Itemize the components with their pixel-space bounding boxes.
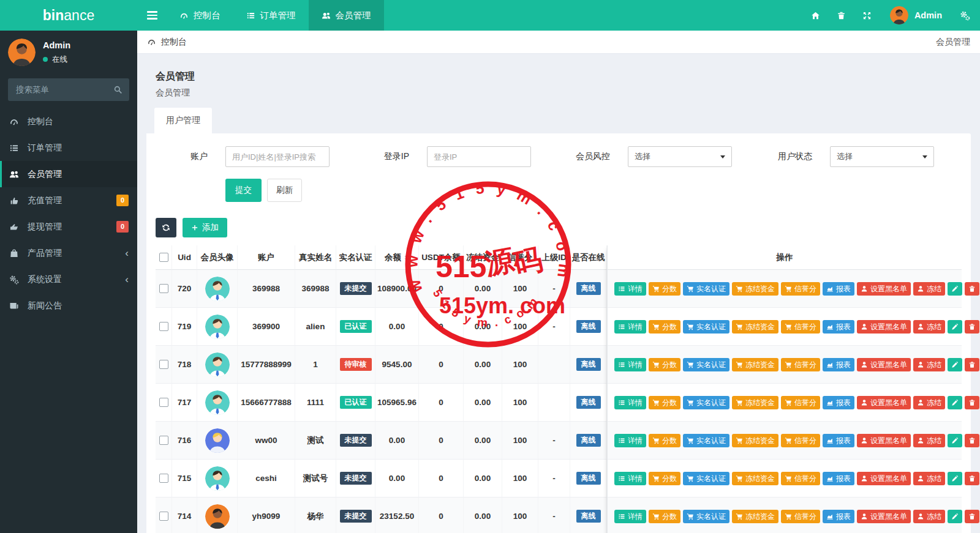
breadcrumb-dashboard[interactable]: 控制台 xyxy=(147,37,187,48)
freeze-funds-button[interactable]: 冻结资金 xyxy=(732,472,778,485)
realname-button[interactable]: 实名认证 xyxy=(683,358,729,371)
freeze-button[interactable]: 冻结 xyxy=(913,472,945,485)
score-button[interactable]: 分数 xyxy=(649,472,680,485)
sidebar-toggle-button[interactable] xyxy=(137,0,167,31)
freeze-button[interactable]: 冻结 xyxy=(913,434,945,447)
detail-button[interactable]: 详情 xyxy=(614,396,646,409)
blacklist-button[interactable]: 设置黑名单 xyxy=(857,510,911,523)
report-button[interactable]: 报表 xyxy=(823,358,854,371)
delete-button[interactable] xyxy=(965,320,979,334)
blacklist-button[interactable]: 设置黑名单 xyxy=(857,434,911,447)
tab-user-management[interactable]: 用户管理 xyxy=(154,108,212,133)
reload-table-button[interactable] xyxy=(156,218,176,237)
topnav-item-orders[interactable]: 订单管理 xyxy=(233,0,309,31)
blacklist-button[interactable]: 设置黑名单 xyxy=(857,396,911,409)
report-button[interactable]: 报表 xyxy=(823,320,854,334)
freeze-funds-button[interactable]: 冻结资金 xyxy=(732,510,778,523)
delete-button[interactable] xyxy=(965,434,979,447)
account-input[interactable] xyxy=(225,146,330,167)
sidebar-item-withdraw[interactable]: 提现管理0 xyxy=(0,214,137,240)
report-button[interactable]: 报表 xyxy=(823,434,854,447)
edit-button[interactable] xyxy=(948,320,962,334)
score-button[interactable]: 分数 xyxy=(649,282,680,296)
brand-logo[interactable]: binance xyxy=(0,0,137,31)
realname-button[interactable]: 实名认证 xyxy=(683,472,729,485)
edit-button[interactable] xyxy=(948,282,962,296)
select-all-checkbox[interactable] xyxy=(159,253,168,262)
freeze-button[interactable]: 冻结 xyxy=(913,510,945,523)
blacklist-button[interactable]: 设置黑名单 xyxy=(857,320,911,334)
realname-button[interactable]: 实名认证 xyxy=(683,282,729,296)
delete-button[interactable] xyxy=(965,396,979,409)
credit-button[interactable]: 信誉分 xyxy=(781,434,820,447)
row-checkbox[interactable] xyxy=(159,322,168,331)
topnav-item-members[interactable]: 会员管理 xyxy=(309,0,384,31)
edit-button[interactable] xyxy=(948,434,962,447)
sidebar-item-members[interactable]: 会员管理 xyxy=(0,161,137,187)
clear-cache-button[interactable] xyxy=(829,0,854,31)
fullscreen-button[interactable] xyxy=(854,0,880,31)
freeze-funds-button[interactable]: 冻结资金 xyxy=(732,320,778,334)
detail-button[interactable]: 详情 xyxy=(614,472,646,485)
credit-button[interactable]: 信誉分 xyxy=(781,510,820,523)
edit-button[interactable] xyxy=(948,396,962,409)
freeze-button[interactable]: 冻结 xyxy=(913,358,945,371)
sidebar-search-input[interactable] xyxy=(8,78,106,101)
login-ip-input[interactable] xyxy=(427,146,531,167)
user-status-select[interactable]: 选择 xyxy=(830,146,934,167)
blacklist-button[interactable]: 设置黑名单 xyxy=(857,358,911,371)
sidebar-item-recharge[interactable]: 充值管理0 xyxy=(0,187,137,214)
sidebar-item-dashboard[interactable]: 控制台 xyxy=(0,108,137,135)
freeze-button[interactable]: 冻结 xyxy=(913,320,945,334)
report-button[interactable]: 报表 xyxy=(823,472,854,485)
row-checkbox[interactable] xyxy=(159,360,168,369)
topnav-item-dashboard[interactable]: 控制台 xyxy=(167,0,233,31)
score-button[interactable]: 分数 xyxy=(649,434,680,447)
freeze-button[interactable]: 冻结 xyxy=(913,282,945,296)
realname-button[interactable]: 实名认证 xyxy=(683,510,729,523)
delete-button[interactable] xyxy=(965,282,979,296)
credit-button[interactable]: 信誉分 xyxy=(781,320,820,334)
home-button[interactable] xyxy=(803,0,829,31)
freeze-funds-button[interactable]: 冻结资金 xyxy=(732,358,778,371)
submit-button[interactable]: 提交 xyxy=(225,179,262,202)
row-checkbox[interactable] xyxy=(159,398,168,407)
sidebar-item-news[interactable]: 新闻公告 xyxy=(0,293,137,319)
freeze-button[interactable]: 冻结 xyxy=(913,396,945,409)
blacklist-button[interactable]: 设置黑名单 xyxy=(857,472,911,485)
realname-button[interactable]: 实名认证 xyxy=(683,320,729,334)
credit-button[interactable]: 信誉分 xyxy=(781,396,820,409)
score-button[interactable]: 分数 xyxy=(649,320,680,334)
freeze-funds-button[interactable]: 冻结资金 xyxy=(732,434,778,447)
row-checkbox[interactable] xyxy=(159,436,168,445)
realname-button[interactable]: 实名认证 xyxy=(683,396,729,409)
edit-button[interactable] xyxy=(948,472,962,485)
score-button[interactable]: 分数 xyxy=(649,358,680,371)
refresh-button[interactable]: 刷新 xyxy=(267,179,302,202)
sidebar-item-products[interactable]: 产品管理‹ xyxy=(0,240,137,266)
sidebar-search-button[interactable] xyxy=(106,78,129,101)
report-button[interactable]: 报表 xyxy=(823,396,854,409)
credit-button[interactable]: 信誉分 xyxy=(781,472,820,485)
freeze-funds-button[interactable]: 冻结资金 xyxy=(732,396,778,409)
delete-button[interactable] xyxy=(965,472,979,485)
realname-button[interactable]: 实名认证 xyxy=(683,434,729,447)
sidebar-item-orders[interactable]: 订单管理 xyxy=(0,135,137,161)
detail-button[interactable]: 详情 xyxy=(614,434,646,447)
score-button[interactable]: 分数 xyxy=(649,396,680,409)
row-checkbox[interactable] xyxy=(159,284,168,293)
detail-button[interactable]: 详情 xyxy=(614,282,646,296)
detail-button[interactable]: 详情 xyxy=(614,320,646,334)
detail-button[interactable]: 详情 xyxy=(614,358,646,371)
row-checkbox[interactable] xyxy=(159,512,168,521)
user-menu[interactable]: Admin xyxy=(880,6,952,24)
sidebar-item-settings[interactable]: 系统设置‹ xyxy=(0,266,137,293)
score-button[interactable]: 分数 xyxy=(649,510,680,523)
sort-icon[interactable] xyxy=(404,255,409,261)
blacklist-button[interactable]: 设置黑名单 xyxy=(857,282,911,296)
credit-button[interactable]: 信誉分 xyxy=(781,282,820,296)
report-button[interactable]: 报表 xyxy=(823,510,854,523)
row-checkbox[interactable] xyxy=(159,474,168,483)
freeze-funds-button[interactable]: 冻结资金 xyxy=(732,282,778,296)
edit-button[interactable] xyxy=(948,358,962,371)
